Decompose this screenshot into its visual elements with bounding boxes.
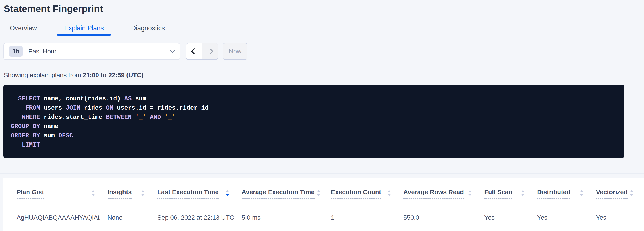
table-cell: 1 [323, 202, 396, 231]
column-header-last-execution-time[interactable]: Last Execution Time [157, 188, 218, 199]
sort-arrows-icon[interactable] [387, 190, 391, 196]
table-cell: Sep 06, 2022 at 22:13 UTC [150, 202, 234, 231]
sql-line: LIMIT _ [11, 140, 618, 150]
time-range-dropdown[interactable]: 1h Past Hour [3, 43, 180, 60]
sort-arrows-icon[interactable] [226, 190, 229, 196]
time-nav-group [186, 43, 218, 60]
now-button[interactable]: Now [223, 43, 248, 60]
column-header-distributed[interactable]: Distributed [537, 188, 570, 199]
column-header-plan-gist[interactable]: Plan Gist [17, 188, 44, 199]
tab-diagnostics[interactable]: Diagnostics [124, 22, 172, 34]
table-cell: AgHUAQIABQAAAAHYAQIAiA... [9, 202, 100, 231]
tabs-bar: OverviewExplain PlansDiagnostics [0, 22, 634, 35]
explain-plans-table: Plan GistInsightsLast Execution TimeAver… [9, 178, 638, 231]
tab-explain-plans[interactable]: Explain Plans [57, 22, 111, 34]
table-header-row: Plan GistInsightsLast Execution TimeAver… [9, 178, 638, 202]
column-header-average-execution-time[interactable]: Average Execution Time [242, 188, 315, 199]
sort-arrows-icon[interactable] [468, 190, 472, 196]
showing-plans-text: Showing explain plans from 21:00 to 22:5… [4, 72, 644, 79]
chevron-down-icon [171, 50, 174, 52]
tab-overview[interactable]: Overview [2, 22, 44, 34]
sort-arrows-icon[interactable] [141, 190, 145, 196]
section-divider [0, 173, 644, 174]
sql-line: ORDER BY sum DESC [11, 131, 618, 140]
table-cell: Yes [588, 202, 638, 231]
time-range-badge: 1h [9, 46, 22, 56]
column-header-vectorized[interactable]: Vectorized [596, 188, 628, 199]
explain-plans-table-card: Plan GistInsightsLast Execution TimeAver… [3, 178, 644, 231]
time-controls: 1h Past Hour Now [3, 43, 644, 60]
sort-arrows-icon[interactable] [91, 190, 95, 196]
sort-arrows-icon[interactable] [317, 190, 320, 196]
chevron-left-icon [191, 48, 198, 54]
column-header-full-scan[interactable]: Full Scan [484, 188, 512, 199]
table-cell: Yes [476, 202, 529, 231]
table-row[interactable]: AgHUAQIABQAAAAHYAQIAiA...NoneSep 06, 202… [9, 202, 638, 231]
sql-line: FROM users JOIN rides ON users.id = ride… [11, 104, 618, 113]
previous-interval-button[interactable] [186, 43, 202, 59]
time-range-selected: Past Hour [28, 48, 56, 55]
sort-arrows-icon[interactable] [521, 190, 525, 196]
column-header-insights[interactable]: Insights [108, 188, 132, 199]
sort-arrows-icon[interactable] [580, 190, 584, 196]
table-cell: 550.0 [396, 202, 476, 231]
next-interval-button[interactable] [202, 43, 218, 59]
column-header-execution-count[interactable]: Execution Count [331, 188, 381, 199]
chevron-right-icon [207, 48, 213, 54]
sql-line: WHERE rides.start_time BETWEEN '_' AND '… [11, 113, 618, 122]
table-cell: 5.0 ms [234, 202, 323, 231]
showing-plans-prefix: Showing explain plans from [4, 72, 83, 78]
sql-statement-block: SELECT name, count(rides.id) AS sum FROM… [3, 84, 624, 158]
showing-plans-range: 21:00 to 22:59 (UTC) [83, 72, 143, 78]
sql-line: SELECT name, count(rides.id) AS sum [11, 94, 618, 104]
sort-arrows-icon[interactable] [630, 190, 634, 196]
table-cell: None [100, 202, 150, 231]
sql-line: GROUP BY name [11, 122, 618, 131]
page-title: Statement Fingerprint [4, 3, 644, 14]
column-header-average-rows-read[interactable]: Average Rows Read [404, 188, 464, 199]
table-cell: Yes [529, 202, 588, 231]
